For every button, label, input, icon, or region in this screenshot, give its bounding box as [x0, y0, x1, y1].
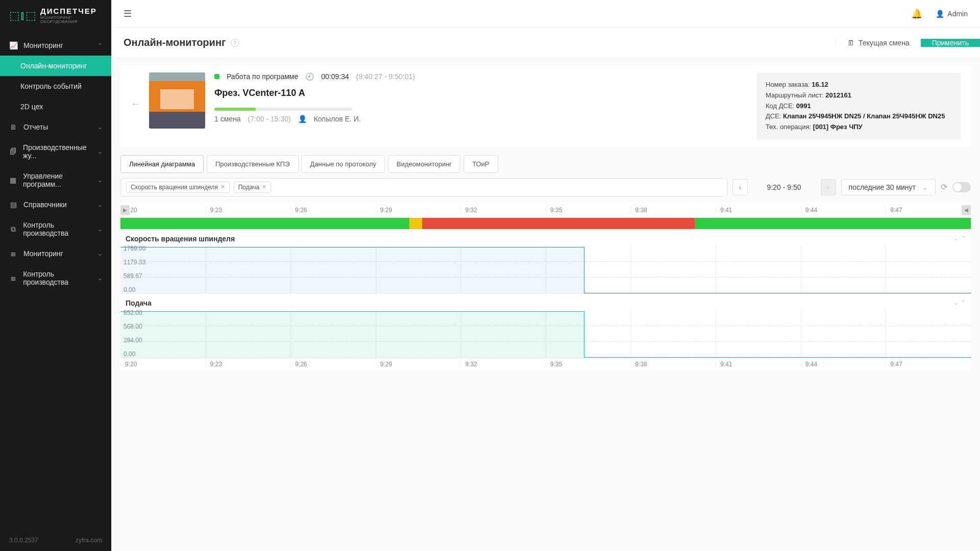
chevron-down-icon: ⌄	[97, 226, 102, 233]
interval: (9:40:27 - 9:50:01)	[356, 72, 415, 81]
nav-label: Управление программ...	[23, 172, 97, 188]
tag-label: Подача	[238, 184, 259, 191]
status-segment	[409, 218, 422, 229]
info-value: [001] Фрез ЧПУ	[813, 123, 863, 131]
time-tick: 9:32	[460, 361, 546, 368]
help-icon[interactable]: ?	[231, 39, 239, 47]
time-tick: 9:26	[290, 361, 376, 368]
nav-reports[interactable]: 🗎Отчеты⌄	[0, 117, 111, 137]
auto-refresh-toggle[interactable]	[952, 182, 971, 192]
sidebar: ⬚⫿⬚ ДИСПЕТЧЕР МОНИТОРИНГ ОБОРУДОВАНИЯ 📈М…	[0, 0, 111, 551]
user-menu[interactable]: 👤 Admin	[936, 10, 968, 18]
chevron-down-icon: ⌄	[97, 148, 102, 155]
book-icon: ▤	[9, 201, 17, 209]
page-title: Онлайн-мониторинг	[124, 37, 226, 48]
apply-label: Применить	[932, 39, 969, 47]
nav-program-mgmt[interactable]: ▦Управление программ...⌄	[0, 166, 111, 194]
list-icon: ≣	[9, 274, 17, 282]
time-tick: 9:29	[376, 361, 461, 368]
info-label: Маршрутный лист:	[766, 91, 824, 99]
nav-prod-control[interactable]: ⧉Контроль производства⌄	[0, 215, 111, 243]
list-icon: ≣	[9, 249, 17, 258]
scroll-left-handle[interactable]: ▶	[120, 205, 130, 215]
tag-label: Скорость вращения шпинделя	[131, 184, 218, 191]
sidebar-footer: 3.0.0.2537 zyfra.com	[0, 530, 111, 551]
time-tick: 9:32	[460, 207, 546, 214]
tab-kpi[interactable]: Производственные КПЭ	[207, 155, 299, 173]
journal-icon: 🗐	[9, 147, 17, 156]
chart-feed: Подача ⌄⌃ 852.00 568.00 284.00 0.00	[120, 293, 971, 358]
status-segment	[695, 218, 971, 229]
time-tick: 9:26	[290, 207, 376, 214]
brand-link[interactable]: zyfra.com	[76, 537, 102, 544]
info-value: Клапан 25Ч945НЖ DN25 / Клапан 25Ч945НЖ D…	[783, 112, 945, 120]
bottom-time-axis: 9:209:239:269:299:329:359:389:419:449:47	[120, 358, 971, 371]
tab-protocol[interactable]: Данные по протоколу	[302, 155, 385, 173]
time-tick: 9:35	[546, 207, 631, 214]
status-dot	[214, 74, 219, 79]
chevron-down-icon: ⌄	[97, 124, 102, 131]
period-select[interactable]: последние 30 минут⌄	[841, 179, 936, 195]
chart-collapse-icon[interactable]: ⌄	[953, 235, 958, 242]
time-range: 9:20 - 9:50	[753, 183, 816, 191]
sidebar-collapse-icon[interactable]: ☰	[124, 8, 132, 19]
chevron-down-icon: ⌄	[922, 183, 928, 191]
prev-machine-arrow[interactable]: ←	[131, 98, 140, 110]
chart-expand-icon[interactable]: ⌃	[961, 235, 966, 242]
apply-button[interactable]: Применить	[921, 39, 980, 47]
nav-2d-workshop[interactable]: 2D цех	[0, 96, 111, 117]
tab-maintenance[interactable]: ТОиР	[463, 155, 498, 173]
tag-input[interactable]: Скорость вращения шпинделя✕ Подача✕	[120, 178, 727, 196]
time-tick: 9:35	[546, 361, 631, 368]
elapsed-time: 00:09:34	[321, 72, 349, 81]
nav-reference[interactable]: ▤Справочники⌄	[0, 194, 111, 215]
chart-collapse-icon[interactable]: ⌄	[953, 299, 958, 306]
clock-icon: 🕘	[305, 72, 314, 81]
info-value: 2012161	[825, 91, 851, 99]
chart-expand-icon[interactable]: ⌃	[961, 299, 966, 306]
current-shift-button[interactable]: 🗓 Текущая смена	[836, 39, 921, 47]
tag-spindle: Скорость вращения шпинделя✕	[126, 182, 230, 193]
time-tick: 9:20	[120, 361, 206, 368]
tag-remove-icon[interactable]: ✕	[262, 184, 266, 190]
nav-label: Контроль производства	[23, 270, 97, 286]
controls-row: Скорость вращения шпинделя✕ Подача✕ ‹ 9:…	[120, 178, 971, 196]
tab-video[interactable]: Видеомониторинг	[388, 155, 460, 173]
time-tick: 9:38	[631, 361, 716, 368]
time-tick: 9:23	[206, 361, 291, 368]
period-label: последние 30 минут	[849, 183, 916, 191]
nav-online-monitoring[interactable]: Онлайн-мониторинг	[0, 56, 111, 76]
tab-linear-diagram[interactable]: Линейная диаграмма	[120, 155, 204, 173]
topbar: ☰ 🔔 👤 Admin	[111, 0, 980, 28]
scroll-right-handle[interactable]: ◀	[962, 205, 971, 215]
shift-btn-label: Текущая смена	[859, 39, 910, 47]
nav-label: Мониторинг	[23, 249, 63, 258]
nav-prod-journals[interactable]: 🗐Производственные жу...⌄	[0, 137, 111, 166]
notifications-icon[interactable]: 🔔	[911, 8, 922, 19]
machine-card: ← Работа по программе 🕘 00:09:34 (9:40:2…	[120, 65, 971, 147]
time-prev-button[interactable]: ‹	[732, 179, 748, 195]
time-tick: 9:41	[716, 207, 801, 214]
chevron-up-icon: ⌃	[97, 42, 102, 49]
nav-label: Контроль событий	[20, 82, 82, 90]
chevron-down-icon: ⌄	[97, 251, 102, 257]
tag-feed: Подача✕	[234, 182, 271, 193]
nav-prod-control-2[interactable]: ≣Контроль производства⌄	[0, 264, 111, 292]
logo-icon: ⬚⫿⬚	[9, 9, 36, 22]
chevron-down-icon: ⌄	[97, 177, 102, 184]
shift-label: 1 смена	[214, 115, 241, 123]
nav-monitoring-2[interactable]: ≣Мониторинг⌄	[0, 243, 111, 264]
title-row: Онлайн-мониторинг ? 🗓 Текущая смена Прим…	[111, 28, 980, 58]
info-value: 16.12	[812, 81, 828, 88]
nav-monitoring[interactable]: 📈Мониторинг ⌃	[0, 35, 111, 56]
time-tick: 9:47	[886, 361, 971, 368]
user-icon: 👤	[936, 10, 944, 18]
time-next-button[interactable]: ›	[821, 179, 836, 195]
nav-event-control[interactable]: Контроль событий	[0, 76, 111, 96]
doc-icon: 🗎	[9, 123, 17, 131]
nav-label: Мониторинг	[23, 41, 63, 49]
chart-title: Подача	[126, 299, 152, 307]
chart-spindle: Скорость вращения шпинделя ⌄⌃ 1769.00 11…	[120, 229, 971, 293]
tag-remove-icon[interactable]: ✕	[220, 184, 225, 190]
refresh-icon[interactable]: ⟳	[941, 182, 947, 192]
